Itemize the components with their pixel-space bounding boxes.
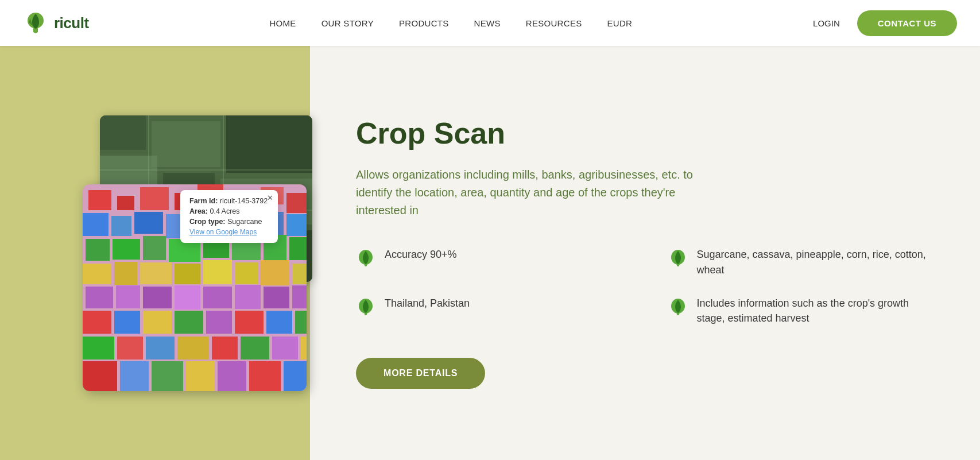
popup-map-link-row: View on Google Maps [189, 228, 269, 236]
svg-rect-64 [146, 337, 175, 360]
logo-link[interactable]: ricult [23, 10, 89, 36]
logo-icon [23, 10, 48, 36]
svg-rect-59 [235, 311, 264, 334]
svg-rect-71 [120, 361, 149, 391]
logo-text: ricult [54, 14, 89, 32]
svg-rect-47 [116, 285, 140, 308]
svg-rect-29 [286, 214, 307, 236]
svg-rect-66 [212, 337, 238, 360]
svg-rect-48 [143, 287, 172, 308]
features-grid: Accuracy 90+% Sugarcane, cassava, pineap… [356, 247, 934, 325]
svg-rect-41 [175, 264, 200, 284]
login-link[interactable]: LOGIN [813, 18, 840, 28]
svg-rect-65 [177, 337, 209, 360]
popup-area-value: 0.4 Acres [210, 207, 239, 215]
svg-rect-24 [134, 212, 163, 234]
navbar: ricult HOME OUR STORY PRODUCTS NEWS RESO… [0, 0, 980, 46]
svg-rect-46 [86, 287, 113, 308]
svg-rect-38 [83, 264, 111, 284]
svg-rect-52 [264, 287, 289, 308]
svg-rect-42 [203, 260, 232, 284]
nav-our-story[interactable]: OUR STORY [321, 18, 374, 28]
popup-crop-type: Crop type: Sugarcane [189, 218, 269, 226]
svg-rect-69 [301, 337, 307, 360]
svg-rect-32 [143, 236, 166, 260]
svg-rect-51 [235, 285, 261, 309]
popup-crop-label: Crop type: [189, 218, 226, 226]
svg-rect-53 [292, 285, 307, 308]
svg-rect-74 [218, 361, 246, 391]
nav-products[interactable]: PRODUCTS [399, 18, 449, 28]
svg-rect-55 [114, 311, 140, 334]
svg-rect-70 [83, 361, 117, 391]
popup-close-button[interactable]: ✕ [267, 194, 273, 202]
svg-rect-45 [292, 264, 307, 284]
svg-rect-15 [117, 196, 134, 210]
nav-home[interactable]: HOME [269, 18, 296, 28]
nav-links: HOME OUR STORY PRODUCTS NEWS RESOURCES E… [269, 18, 632, 28]
nav-eudr[interactable]: EUDR [607, 18, 633, 28]
map-area: ✕ Farm Id: ricult-145-3792 Area: 0.4 Acr… [83, 115, 324, 391]
contact-us-button[interactable]: CONTACT US [857, 10, 957, 36]
svg-rect-23 [111, 216, 131, 236]
svg-rect-56 [143, 311, 172, 334]
feature-accuracy: Accuracy 90+% [356, 247, 622, 277]
svg-rect-61 [295, 311, 307, 334]
popup-farm-id-label: Farm Id: [189, 197, 218, 205]
farm-popup: ✕ Farm Id: ricult-145-3792 Area: 0.4 Acr… [180, 190, 278, 243]
feature-crops: Sugarcane, cassava, pineapple, corn, ric… [668, 247, 935, 277]
svg-rect-62 [83, 337, 114, 360]
svg-rect-3 [226, 115, 312, 173]
svg-rect-49 [175, 285, 200, 310]
svg-rect-68 [272, 337, 298, 360]
feature-info: Includes information such as the crop's … [668, 296, 935, 326]
product-title: Crop Scan [356, 117, 934, 150]
svg-rect-76 [284, 361, 307, 391]
feature-accuracy-text: Accuracy 90+% [385, 247, 457, 262]
popup-area-label: Area: [189, 207, 208, 215]
feature-location-text: Thailand, Pakistan [385, 296, 470, 311]
svg-rect-43 [235, 262, 258, 284]
svg-rect-50 [203, 287, 232, 308]
svg-rect-75 [249, 361, 281, 391]
feature-info-text: Includes information such as the crop's … [697, 296, 935, 326]
popup-farm-id-value: ricult-145-3792 [220, 197, 268, 205]
leaf-icon-1 [356, 248, 375, 268]
popup-crop-value: Sugarcane [227, 218, 262, 226]
svg-rect-31 [113, 239, 140, 260]
left-panel: ✕ Farm Id: ricult-145-3792 Area: 0.4 Acr… [0, 46, 310, 460]
page-wrapper: ✕ Farm Id: ricult-145-3792 Area: 0.4 Acr… [0, 0, 980, 460]
svg-rect-40 [140, 262, 172, 284]
leaf-icon-4 [668, 297, 688, 316]
svg-rect-37 [289, 237, 307, 260]
svg-rect-67 [241, 337, 269, 360]
svg-rect-30 [86, 239, 110, 261]
nav-right: LOGIN CONTACT US [813, 10, 957, 36]
popup-farm-id: Farm Id: ricult-145-3792 [189, 197, 269, 205]
svg-rect-21 [286, 193, 307, 213]
leaf-icon-2 [668, 248, 688, 268]
svg-rect-73 [186, 361, 215, 391]
svg-rect-54 [83, 311, 111, 334]
popup-area: Area: 0.4 Acres [189, 207, 269, 215]
nav-news[interactable]: NEWS [474, 18, 501, 28]
svg-rect-39 [114, 262, 137, 285]
right-panel: Crop Scan Allows organizations including… [310, 46, 980, 460]
leaf-icon-3 [356, 297, 375, 316]
feature-location: Thailand, Pakistan [356, 296, 622, 326]
svg-rect-58 [206, 311, 232, 334]
svg-rect-1 [100, 115, 146, 150]
svg-rect-22 [83, 213, 109, 236]
svg-rect-60 [266, 311, 292, 334]
svg-rect-63 [117, 337, 143, 360]
popup-google-maps-link[interactable]: View on Google Maps [189, 228, 257, 236]
svg-rect-44 [261, 260, 289, 285]
product-description: Allows organizations including mills, ba… [356, 166, 723, 219]
more-details-button[interactable]: MORE DETAILS [356, 358, 485, 389]
nav-resources[interactable]: RESOURCES [526, 18, 582, 28]
feature-crops-text: Sugarcane, cassava, pineapple, corn, ric… [697, 247, 935, 277]
svg-rect-2 [152, 121, 220, 167]
svg-rect-16 [140, 187, 169, 210]
svg-rect-14 [88, 190, 111, 210]
svg-rect-57 [175, 311, 203, 334]
